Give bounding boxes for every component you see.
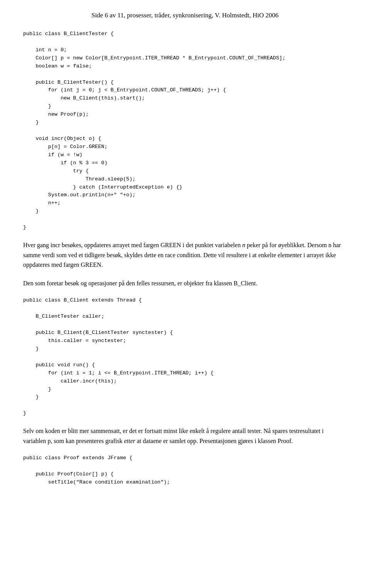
code-section-2: public class B_Client extends Thread { B… [23, 297, 347, 418]
paragraph-3: Selv om koden er blitt mer sammensatt, e… [23, 426, 347, 446]
italic-etter: etter [124, 438, 135, 444]
code-block-1: public class B_ClientTester { int n = 0;… [23, 30, 347, 232]
code-section-3: public class Proof extends JFrame { publ… [23, 454, 347, 487]
paragraph-1: Hver gang incr besøkes, oppdateres array… [23, 240, 347, 270]
page-header: Side 6 av 11, prosesser, tråder, synkron… [23, 12, 347, 19]
code-section-1: public class B_ClientTester { int n = 0;… [23, 30, 347, 232]
code-block-2: public class B_Client extends Thread { B… [23, 297, 347, 418]
code-block-3: public class Proof extends JFrame { publ… [23, 454, 347, 487]
paragraph-2: Den som foretar besøk og operasjoner på … [23, 278, 347, 288]
